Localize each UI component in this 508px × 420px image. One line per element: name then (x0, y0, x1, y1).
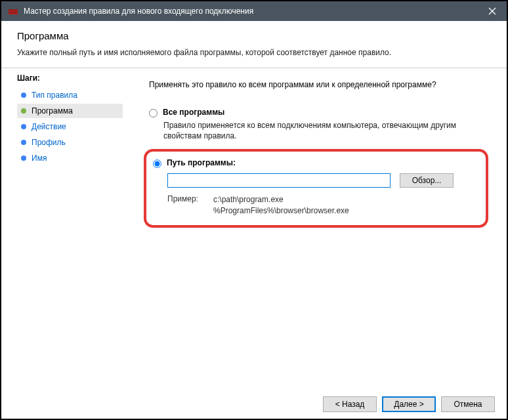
step-rule-type[interactable]: Тип правила (17, 88, 123, 102)
bullet-icon (21, 108, 26, 114)
sidebar-title: Шаги: (17, 74, 123, 83)
close-button[interactable] (477, 1, 507, 21)
example-line-2: %ProgramFiles%\browser\browser.exe (213, 205, 349, 216)
radio-all-programs-row: Все программы (149, 108, 488, 117)
step-label: Профиль (32, 138, 66, 147)
titlebar: Мастер создания правила для нового входя… (1, 1, 507, 21)
footer-buttons: < Назад Далее > Отмена (323, 396, 495, 412)
header-section: Программа Укажите полный путь и имя испо… (1, 21, 507, 64)
bullet-icon (21, 93, 26, 98)
next-button[interactable]: Далее > (382, 396, 436, 412)
step-action[interactable]: Действие (17, 119, 123, 134)
step-program[interactable]: Программа (17, 104, 123, 118)
cancel-button[interactable]: Отмена (441, 396, 495, 412)
example-line-1: c:\path\program.exe (213, 194, 349, 205)
radio-all-description: Правило применяется ко всем подключениям… (163, 120, 488, 141)
radio-program-path[interactable] (153, 159, 161, 168)
radio-path-label: Путь программы: (167, 158, 236, 167)
radio-all-programs[interactable] (149, 109, 158, 117)
page-description: Укажите полный путь и имя исполняемого ф… (17, 48, 491, 57)
step-label: Тип правила (32, 91, 77, 100)
page-title: Программа (17, 30, 491, 41)
path-input-row: Обзор... (167, 173, 476, 188)
back-button[interactable]: < Назад (323, 396, 377, 412)
program-path-input[interactable] (167, 173, 391, 188)
example-row: Пример: c:\path\program.exe %ProgramFile… (167, 194, 476, 215)
step-label: Действие (32, 122, 66, 131)
firewall-icon (8, 6, 18, 16)
svg-rect-1 (9, 9, 18, 10)
step-label: Программа (32, 106, 73, 116)
svg-rect-2 (9, 12, 18, 13)
example-text: c:\path\program.exe %ProgramFiles%\brows… (213, 194, 349, 215)
bullet-icon (21, 140, 26, 145)
window-title: Мастер создания правила для нового входя… (24, 7, 253, 16)
bullet-icon (21, 156, 26, 161)
radio-path-row: Путь программы: (153, 158, 476, 168)
step-label: Имя (32, 154, 47, 163)
step-profile[interactable]: Профиль (17, 135, 123, 150)
step-name[interactable]: Имя (17, 151, 123, 165)
sidebar: Шаги: Тип правила Программа Действие Про… (1, 68, 129, 228)
radio-all-label: Все программы (163, 108, 224, 117)
bullet-icon (21, 124, 26, 129)
highlighted-path-section: Путь программы: Обзор... Пример: c:\path… (144, 149, 488, 227)
main-content: Применять это правило ко всем программам… (129, 68, 507, 228)
browse-button[interactable]: Обзор... (400, 173, 454, 188)
question-text: Применять это правило ко всем программам… (149, 80, 488, 89)
example-label: Пример: (167, 194, 213, 215)
